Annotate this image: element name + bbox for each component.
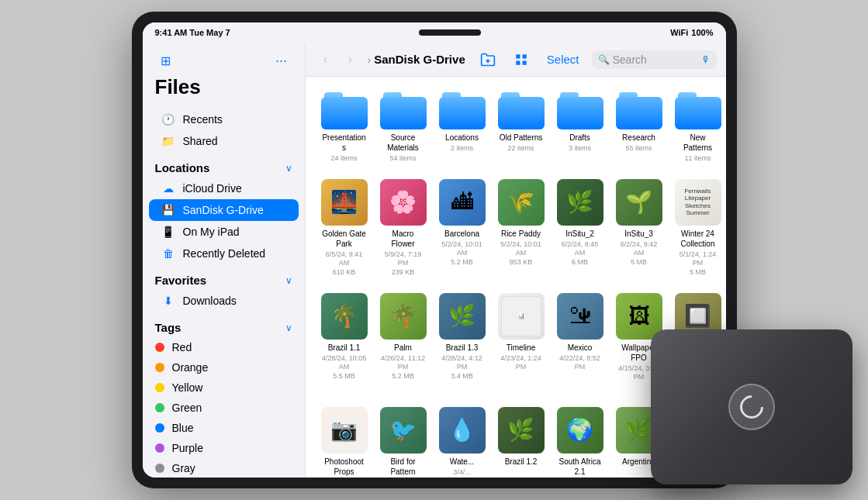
- tag-blue[interactable]: Blue: [143, 418, 305, 438]
- filename-insitu2: InSitu_2: [565, 229, 594, 239]
- back-button[interactable]: ‹: [315, 49, 337, 71]
- filename-insitu3: InSitu_3: [624, 229, 653, 239]
- folder-locations[interactable]: Locations 2 items: [436, 89, 489, 167]
- tag-orange[interactable]: Orange: [143, 357, 305, 378]
- filename-photoshoot-props: Photoshoot Props: [321, 457, 368, 477]
- filename-bird-for-pattern: Bird for Pattern: [380, 457, 427, 477]
- sidebar-toggle-button[interactable]: ⊞: [155, 52, 177, 69]
- tag-purple[interactable]: Purple: [143, 438, 305, 458]
- filemeta-palm: 4/26/24, 11:12 PM5.2 MB: [380, 354, 427, 381]
- file-photoshoot-props[interactable]: 📷 Photoshoot Props 3/21/24, 5:34 PM287 K…: [318, 404, 371, 478]
- file-insitu-2[interactable]: 🌿 InSitu_2 6/2/24, 8:45 AM6 MB: [554, 176, 607, 281]
- new-folder-button[interactable]: [474, 49, 502, 71]
- sidebar-item-downloads[interactable]: ⬇ Downloads: [149, 290, 299, 312]
- file-brazil-13[interactable]: 🌿 Brazil 1.3 4/28/24, 4:12 PM3.4 MB: [436, 290, 489, 395]
- green-label: Green: [172, 402, 202, 414]
- favorites-label: Favorites: [155, 274, 207, 287]
- file-mexico[interactable]: 🏜 Mexico 4/22/24, 8:52 PM: [554, 290, 607, 395]
- toolbar-nav: ‹ ›: [315, 49, 361, 71]
- file-golden-gate[interactable]: 🌉 Golden Gate Park 6/5/24, 9:41 AM610 KB: [318, 176, 371, 281]
- sidebar-header: ⊞ ···: [143, 52, 305, 75]
- folder-new-patterns[interactable]: New Patterns 11 items: [672, 89, 724, 167]
- gray-dot: [155, 464, 164, 473]
- folder-presentations[interactable]: Presentations 24 items: [318, 89, 371, 167]
- thumbnail-south-africa: 🌍: [557, 407, 603, 453]
- file-brazil-12[interactable]: 🌿 Brazil 1.2: [495, 404, 548, 478]
- forward-button[interactable]: ›: [340, 49, 361, 71]
- folder-drafts[interactable]: Drafts 3 items: [554, 89, 607, 167]
- file-water[interactable]: 💧 Wate... 3/4/...: [436, 404, 489, 478]
- yellow-dot: [155, 383, 164, 392]
- file-bird-for-pattern[interactable]: 🐦 Bird for Pattern 3/18/24, 1:57 PM849 K…: [377, 404, 430, 478]
- file-palm[interactable]: 🌴 Palm 4/26/24, 11:12 PM5.2 MB: [377, 290, 430, 395]
- sidebar-title: Files: [143, 75, 305, 109]
- ipad-device: 9:41 AM Tue May 7 WiFi 100% ⊞ ··· Files …: [132, 12, 737, 488]
- file-south-africa[interactable]: 🌍 South Africa 2.1: [554, 404, 607, 478]
- filename-timeline: Timeline: [507, 343, 535, 353]
- folder-icon-source-materials: [380, 92, 427, 129]
- tag-gray[interactable]: Gray: [143, 458, 305, 478]
- file-macro-flower[interactable]: 🌸 Macro Flower 5/9/24, 7:19 PM239 KB: [377, 176, 430, 281]
- filemeta-insitu2: 6/2/24, 8:45 AM6 MB: [557, 240, 603, 267]
- sidebar-item-shared[interactable]: 📁 Shared: [149, 130, 299, 152]
- path-separator: ›: [368, 53, 372, 66]
- folder-name-presentations: Presentations: [321, 133, 368, 153]
- view-toggle-button[interactable]: [508, 50, 534, 70]
- search-input-placeholder[interactable]: Search: [613, 53, 698, 66]
- filename-water: Wate...: [450, 457, 474, 467]
- select-button[interactable]: Select: [541, 50, 586, 69]
- sidebar-item-on-my-ipad[interactable]: 📱 On My iPad: [149, 221, 299, 243]
- file-insitu-3[interactable]: 🌱 InSitu_3 6/2/24, 9:42 AM5 MB: [613, 176, 666, 281]
- locations-collapse-icon[interactable]: ∨: [285, 163, 292, 174]
- tag-red[interactable]: Red: [143, 337, 305, 357]
- filemeta-brazil11: 4/28/24, 10:05 AM5.5 MB: [321, 354, 368, 381]
- folder-icon-old-patterns: [498, 92, 545, 129]
- folder-name-locations: Locations: [445, 133, 479, 143]
- shared-label: Shared: [183, 135, 218, 147]
- folder-icon-locations: [439, 92, 486, 129]
- thumbnail-mexico: 🏜: [557, 293, 603, 340]
- mic-icon[interactable]: 🎙: [701, 54, 711, 65]
- file-rice-paddy[interactable]: 🌾 Rice Paddy 5/2/24, 10:01 AM953 KB: [495, 176, 548, 281]
- filename-brazil12: Brazil 1.2: [505, 457, 538, 467]
- svg-rect-4: [516, 60, 520, 64]
- status-indicators: WiFi 100%: [670, 28, 713, 37]
- purple-dot: [155, 443, 164, 453]
- folder-research[interactable]: Research 55 items: [613, 89, 666, 167]
- folder-old-patterns[interactable]: Old Patterns 22 items: [495, 89, 548, 167]
- notch: [419, 29, 481, 36]
- filemeta-timeline: 4/23/24, 1:24 PM: [498, 354, 545, 372]
- tags-collapse-icon[interactable]: ∨: [285, 322, 292, 333]
- tag-yellow[interactable]: Yellow: [143, 378, 305, 398]
- filename-winter24: Winter 24 Collection: [675, 229, 721, 249]
- tag-green[interactable]: Green: [143, 398, 305, 418]
- file-winter-24[interactable]: FernwallsLitepaperSketchesSummer Winter …: [672, 176, 724, 281]
- favorites-collapse-icon[interactable]: ∨: [285, 275, 292, 286]
- downloads-label: Downloads: [183, 295, 237, 307]
- filename-brazil11: Brazil 1.1: [328, 343, 361, 353]
- sidebar-item-recently-deleted[interactable]: 🗑 Recently Deleted: [149, 243, 299, 264]
- green-dot: [155, 403, 164, 412]
- file-brazil-11[interactable]: 🌴 Brazil 1.1 4/28/24, 10:05 AM5.5 MB: [318, 290, 371, 395]
- blue-dot: [155, 423, 164, 433]
- sidebar-item-icloud[interactable]: ☁ iCloud Drive: [149, 178, 299, 199]
- folder-source-materials[interactable]: Source Materials 54 items: [377, 89, 430, 167]
- current-folder-name: SanDisk G-Drive: [374, 53, 465, 66]
- sidebar-more-button[interactable]: ···: [271, 52, 292, 69]
- filename-barcelona: Barcelona: [444, 229, 479, 239]
- folder-name-source-materials: Source Materials: [380, 133, 427, 153]
- folder-name-drafts: Drafts: [569, 133, 590, 143]
- folder-count-presentations: 24 items: [330, 154, 357, 164]
- ipad-screen: 9:41 AM Tue May 7 WiFi 100% ⊞ ··· Files …: [143, 22, 726, 478]
- sidebar-item-recents[interactable]: 🕐 Recents: [149, 109, 299, 130]
- icloud-icon: ☁: [161, 182, 175, 195]
- file-barcelona[interactable]: 🏙 Barcelona 5/2/24, 10:01 AM5.2 MB: [436, 176, 489, 281]
- battery-indicator: 100%: [691, 28, 713, 37]
- thumbnail-palm: 🌴: [380, 293, 427, 340]
- tags-section-header: Tags ∨: [143, 312, 305, 337]
- search-bar[interactable]: 🔍 Search 🎙: [592, 50, 717, 69]
- sandisk-label: SanDisk G-Drive: [183, 204, 264, 216]
- file-timeline[interactable]: 📊 Timeline 4/23/24, 1:24 PM: [495, 290, 548, 395]
- sidebar-item-sandisk[interactable]: 💾 SanDisk G-Drive: [149, 199, 299, 221]
- app-container: ⊞ ··· Files 🕐 Recents 📁 Shared Locations: [143, 43, 726, 478]
